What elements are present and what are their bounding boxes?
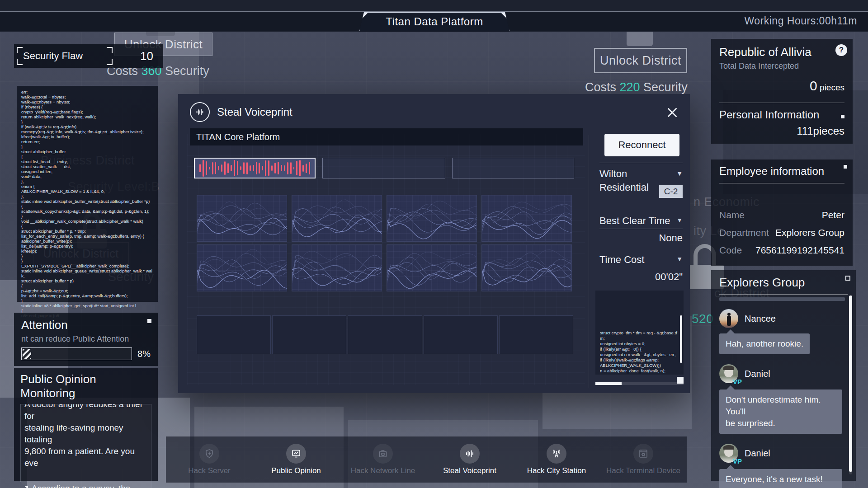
voiceprint-icon <box>190 102 210 122</box>
nav-hack-network-line[interactable]: Hack Network Line <box>340 436 426 483</box>
wave-thumbnail[interactable] <box>387 195 477 242</box>
nav-label: Steal Voiceprint <box>443 466 496 475</box>
nav-label: Hack Terminal Device <box>606 466 680 475</box>
app-title: Titan Data Platform <box>386 15 483 28</box>
chat-user-name: Nancee <box>745 314 776 324</box>
app-title-badge: Titan Data Platform <box>359 12 509 31</box>
chat-message: Nancee Hah, another rookie. <box>719 309 842 354</box>
timeline-cell <box>424 315 498 354</box>
employee-row-label: Name <box>719 210 745 221</box>
wave-thumbnail[interactable] <box>292 244 382 291</box>
wave-thumbnail[interactable] <box>481 244 572 291</box>
time-cost-label: Time Cost <box>599 253 683 267</box>
top-bar: Titan Data Platform Working Hours:00h11m <box>0 0 868 32</box>
chat-scrollbar-track[interactable] <box>849 296 852 474</box>
employee-info-title: Employee information <box>719 165 844 178</box>
divider <box>719 183 844 183</box>
district-code-badge: C-2 <box>659 185 683 198</box>
resize-handle[interactable] <box>677 377 684 384</box>
avatar <box>719 309 738 328</box>
country-title: Republic of Allivia <box>719 45 844 59</box>
personal-info-value: 111pieces <box>719 125 844 137</box>
wave-thumbnail[interactable] <box>292 195 382 242</box>
chat-message: Daniel VP Everyone, it's a new task! Pul… <box>719 444 842 488</box>
security-flaw-label: Security Flaw <box>23 50 83 62</box>
news-item: A doctor angrily rebukes a thief for ste… <box>24 404 147 469</box>
chat-user-name: Daniel <box>745 369 770 379</box>
chat-scrollbar-thumb[interactable] <box>849 296 852 472</box>
employee-row-value: Peter <box>822 210 844 221</box>
shield-bolt-icon <box>199 444 219 464</box>
nav-hack-city-station[interactable]: Hack City Station <box>513 436 600 483</box>
chat-bubble: Hah, another rookie. <box>719 333 810 354</box>
public-opinion-title: Public Opinion Monitoring <box>20 372 151 400</box>
network-port-icon <box>373 444 393 464</box>
nav-hack-terminal-device[interactable]: Hack Terminal Device <box>600 436 687 483</box>
nav-public-opinion[interactable]: Public Opinion <box>253 436 340 483</box>
group-chat-panel: Explorers Group Nancee Hah, another rook… <box>711 270 856 481</box>
group-chat-title: Explorers Group <box>719 276 848 290</box>
nav-steal-voiceprint[interactable]: Steal Voiceprint <box>426 436 513 483</box>
horizontal-scrollbar-track[interactable] <box>595 382 684 385</box>
code-stream-text: err: walk-&gt;total = nbytes; walk-&gt;n… <box>21 89 153 318</box>
chat-message-list[interactable]: Nancee Hah, another rookie. Daniel VP Do… <box>719 309 842 488</box>
cost-amount: 220 <box>620 80 640 94</box>
code-preview-text: struct crypto_tfm * tfm = req - &gt;base… <box>595 291 684 375</box>
chat-user-name: Daniel <box>745 448 770 459</box>
best-clear-time-value: None <box>599 232 683 244</box>
voiceprint-slot-empty[interactable] <box>322 158 445 178</box>
code-stream-panel: err: walk-&gt;total = nbytes; walk-&gt;n… <box>17 86 158 302</box>
timeline-cell <box>272 315 346 354</box>
nav-label: Hack Server <box>188 466 231 475</box>
attention-progress-track <box>21 347 132 360</box>
employee-row-value: 76561199192145541 <box>755 245 844 256</box>
wave-thumbnail[interactable] <box>197 244 287 291</box>
timeline-strip <box>197 315 573 354</box>
timeline-cell <box>348 315 422 354</box>
voiceprint-slot-empty[interactable] <box>452 158 574 178</box>
time-cost-dropdown[interactable]: ▼ Time Cost <box>599 253 683 267</box>
employee-row-label: Code <box>719 245 742 256</box>
chat-bubble: Don't underestimate him. You'll be surpr… <box>719 389 842 434</box>
vertical-scrollbar[interactable] <box>680 315 682 363</box>
country-subtitle: Total Data Intercepted <box>719 61 844 71</box>
game-screen: Business District Security Level:B n Eco… <box>0 0 868 488</box>
vp-badge: VP <box>733 378 742 385</box>
total-data-value: 0 pieces <box>719 78 844 94</box>
reconnect-button[interactable]: Reconnect <box>604 134 679 156</box>
attention-percent: 8% <box>137 349 151 359</box>
wave-thumbnail[interactable] <box>197 195 287 242</box>
voiceprint-slot-recorded[interactable] <box>194 158 316 178</box>
close-icon[interactable] <box>665 106 679 119</box>
employee-row-label: Department <box>719 227 769 238</box>
modal-title: Steal Voiceprint <box>217 106 292 118</box>
news-list[interactable]: A doctor angrily rebukes a thief for ste… <box>20 404 151 488</box>
chevron-down-icon: ▼ <box>676 170 683 177</box>
unlock-cost-label: Costs 220 Security <box>585 80 688 94</box>
wave-thumbnail[interactable] <box>387 244 477 291</box>
timeline-cell <box>197 315 271 354</box>
help-icon[interactable]: ? <box>835 44 847 56</box>
code-preview-panel: struct crypto_tfm * tfm = req - &gt;base… <box>595 291 684 375</box>
platform-header: TITAN Core Platform <box>190 128 583 145</box>
chat-bubble: Everyone, it's a new task! Pull yourself… <box>719 469 842 488</box>
divider <box>719 103 844 103</box>
wave-thumbnail[interactable] <box>481 195 572 242</box>
chat-scroll-indicator <box>719 297 845 301</box>
voiceprint-icon <box>460 444 480 464</box>
horizontal-scrollbar-thumb[interactable] <box>595 382 622 385</box>
best-clear-time-label: Best Clear Time <box>599 214 683 228</box>
divider <box>599 229 683 229</box>
working-hours: Working Hours:00h11m <box>745 11 857 30</box>
steal-voiceprint-modal: Steal Voiceprint TITAN Core Platform Rec… <box>178 94 690 393</box>
security-flaw-count: 10 <box>140 49 153 63</box>
nav-hack-server[interactable]: Hack Server <box>166 436 253 483</box>
radio-tower-icon <box>547 444 566 464</box>
cost-fragment: 520 <box>692 312 713 326</box>
panel-marker-icon <box>147 319 151 323</box>
panel-marker-icon <box>841 115 844 118</box>
chevron-down-icon: ▼ <box>676 216 683 224</box>
best-clear-time-dropdown[interactable]: ▼ Best Clear Time <box>599 214 683 228</box>
timeline-cell <box>499 315 573 354</box>
unlock-district-button[interactable]: Unlock District <box>594 48 687 73</box>
